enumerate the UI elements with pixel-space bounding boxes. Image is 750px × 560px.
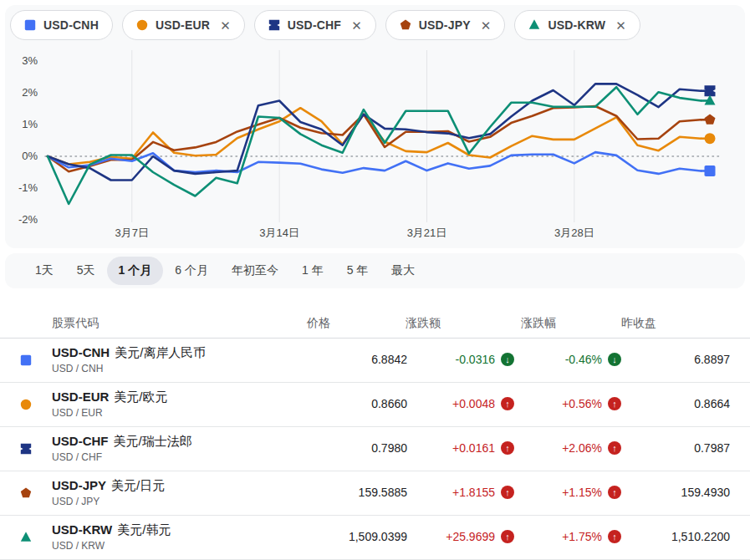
series-end-marker-usd-jpy: [705, 114, 716, 124]
close-icon[interactable]: ✕: [220, 19, 231, 32]
price-value: 6.8842: [307, 353, 407, 366]
range-button-1年[interactable]: 1 年: [290, 257, 335, 285]
chip-label: USD-CNH: [43, 18, 99, 32]
table-row-usd-eur[interactable]: USD-EUR美元/欧元 USD / EUR 0.8660 +0.0048 ↑ …: [0, 383, 750, 427]
column-header-change-pct: 涨跌幅: [521, 316, 621, 331]
ticker-name: 美元/日元: [111, 478, 165, 492]
y-axis-label: -1%: [18, 181, 38, 194]
column-header-change: 涨跌额: [406, 316, 514, 331]
column-header-prev-close: 昨收盘: [621, 316, 730, 331]
ticker-symbol: USD-KRW: [52, 522, 112, 537]
change-direction-icon: ↑: [608, 486, 621, 499]
y-axis-label: 2%: [22, 86, 38, 99]
currency-chip-usd-eur[interactable]: USD-EUR ✕: [122, 10, 245, 40]
change-direction-icon: ↓: [608, 353, 621, 366]
ticker-symbol: USD-JPY: [52, 478, 106, 492]
y-axis-label: 1%: [22, 118, 38, 130]
range-button-5天[interactable]: 5天: [65, 257, 107, 285]
ticker-pair: USD / KRW: [52, 540, 105, 552]
change-value: +25.9699 ↑: [406, 530, 514, 543]
close-icon[interactable]: ✕: [481, 19, 492, 32]
column-header-symbol: 股票代码: [52, 316, 99, 331]
prev-close-value: 6.8897: [621, 353, 730, 366]
series-line-usd-krw: [48, 87, 701, 204]
change-direction-icon: ↑: [501, 441, 514, 455]
table-body: USD-CNH美元/离岸人民币 USD / CNH 6.8842 -0.0316…: [0, 339, 750, 560]
change-value: -0.0316 ↓: [406, 353, 514, 366]
change-value: +0.0161 ↑: [406, 441, 514, 455]
table-row-usd-cnh[interactable]: USD-CNH美元/离岸人民币 USD / CNH 6.8842 -0.0316…: [0, 339, 750, 383]
x-axis-label: 3月14日: [259, 227, 299, 239]
table-row-usd-krw[interactable]: USD-KRW美元/韩元 USD / KRW 1,509.0399 +25.96…: [0, 516, 750, 560]
range-button-5年[interactable]: 5 年: [335, 257, 380, 285]
range-button-6个月[interactable]: 6 个月: [163, 257, 220, 285]
range-button-年初至今[interactable]: 年初至今: [220, 257, 290, 285]
change-direction-icon: ↓: [501, 353, 514, 366]
ticker-name: 美元/瑞士法郎: [114, 434, 192, 448]
comparison-line-chart[interactable]: 3月7日3月14日3月21日3月28日3%2%1%0%-1%-2%: [5, 47, 745, 248]
series-line-usd-cnh: [48, 152, 701, 174]
x-axis-label: 3月28日: [554, 227, 594, 239]
ticker-pair: USD / CNH: [52, 363, 103, 374]
change-pct-value: +1.15% ↑: [521, 486, 621, 499]
price-value: 159.5885: [307, 486, 407, 499]
ticker-pair: USD / JPY: [52, 496, 99, 507]
series-marker-icon: [20, 443, 32, 455]
ticker-pair: USD / EUR: [52, 407, 103, 419]
y-axis-label: -2%: [18, 213, 38, 226]
chip-label: USD-CHF: [288, 18, 341, 32]
close-icon[interactable]: ✕: [615, 19, 626, 32]
series-marker-icon: [400, 19, 411, 31]
chart-panel: USD-CNH USD-EUR ✕ USD-CHF ✕ USD-JPY ✕ US…: [5, 5, 745, 248]
x-axis-label: 3月7日: [115, 227, 149, 239]
change-pct-value: -0.46% ↓: [521, 353, 621, 366]
series-end-marker-usd-cnh: [705, 165, 716, 176]
change-direction-icon: ↑: [501, 530, 514, 543]
range-button-1个月[interactable]: 1 个月: [107, 257, 164, 285]
prev-close-value: 0.7987: [621, 441, 730, 455]
table-row-usd-chf[interactable]: USD-CHF美元/瑞士法郎 USD / CHF 0.7980 +0.0161 …: [0, 427, 750, 471]
change-direction-icon: ↑: [501, 397, 514, 410]
ticker-name: 美元/欧元: [114, 389, 167, 404]
change-value: +1.8155 ↑: [406, 486, 514, 499]
change-direction-icon: ↑: [608, 530, 621, 543]
change-direction-icon: ↑: [501, 486, 514, 499]
table-row-usd-jpy[interactable]: USD-JPY美元/日元 USD / JPY 159.5885 +1.8155 …: [0, 471, 750, 516]
change-direction-icon: ↑: [608, 397, 621, 410]
x-axis-label: 3月21日: [407, 227, 447, 239]
currency-chip-usd-chf[interactable]: USD-CHF ✕: [254, 10, 376, 40]
range-button-1天[interactable]: 1天: [23, 257, 65, 285]
price-value: 0.8660: [307, 397, 407, 410]
table-header-row: 股票代码 价格 涨跌额 涨跌幅 昨收盘: [0, 309, 750, 339]
ticker-symbol: USD-EUR: [52, 389, 109, 404]
range-button-最大[interactable]: 最大: [380, 257, 426, 285]
change-pct-value: +1.75% ↑: [521, 530, 621, 543]
prev-close-value: 0.8664: [621, 397, 730, 410]
price-value: 1,509.0399: [307, 530, 407, 543]
currency-chip-usd-cnh[interactable]: USD-CNH: [10, 10, 113, 40]
ticker-name: 美元/离岸人民币: [115, 345, 206, 359]
change-direction-icon: ↑: [608, 441, 621, 455]
series-marker-icon: [268, 19, 280, 31]
ticker-symbol: USD-CHF: [52, 434, 109, 448]
series-marker-icon: [24, 19, 36, 31]
series-end-marker-usd-eur: [705, 133, 716, 144]
chip-label: USD-KRW: [548, 18, 605, 32]
change-value: +0.0048 ↑: [406, 397, 514, 410]
series-marker-icon: [136, 19, 148, 31]
prev-close-value: 159.4930: [621, 486, 730, 499]
column-header-price: 价格: [307, 316, 407, 331]
chip-label: USD-JPY: [419, 18, 471, 32]
price-value: 0.7980: [307, 441, 407, 455]
y-axis-label: 0%: [22, 150, 38, 162]
currency-chips-row: USD-CNH USD-EUR ✕ USD-CHF ✕ USD-JPY ✕ US…: [10, 10, 640, 40]
series-marker-icon: [20, 399, 32, 410]
currency-chip-usd-krw[interactable]: USD-KRW ✕: [514, 10, 640, 40]
chip-label: USD-EUR: [156, 18, 210, 32]
currency-chip-usd-jpy[interactable]: USD-JPY ✕: [385, 10, 506, 40]
prev-close-value: 1,510.2200: [621, 530, 730, 543]
ticker-pair: USD / CHF: [52, 451, 102, 463]
close-icon[interactable]: ✕: [351, 19, 362, 32]
change-pct-value: +0.56% ↑: [521, 397, 621, 410]
series-line-usd-jpy: [48, 106, 701, 171]
